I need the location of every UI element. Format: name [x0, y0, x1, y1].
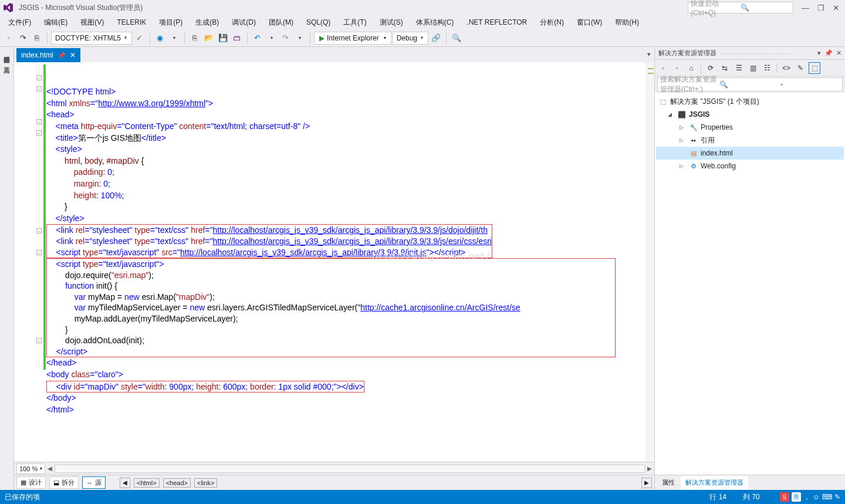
forward-icon[interactable]: ◦	[671, 62, 683, 74]
menu-team[interactable]: 团队(M)	[263, 16, 299, 29]
caret-down-icon[interactable]: ▾	[265, 32, 278, 45]
ime-punct-icon[interactable]: ，	[803, 492, 810, 502]
minimap-scroll[interactable]	[646, 62, 654, 462]
find-button[interactable]: 🔍	[450, 32, 463, 45]
menu-window[interactable]: 窗口(W)	[571, 16, 608, 29]
show-all-files-icon[interactable]: ▥	[747, 62, 759, 74]
view-designer-icon[interactable]: ✎	[795, 62, 806, 74]
horizontal-scrollbar[interactable]	[55, 465, 645, 473]
open-button[interactable]: 📂	[202, 32, 215, 45]
tree-webconfig[interactable]: ▷ ⚙ Web.config	[656, 160, 844, 172]
tab-solution-explorer[interactable]: 解决方案资源管理器	[681, 476, 748, 489]
dropdown-icon[interactable]: ▾	[817, 49, 821, 57]
menu-reflector[interactable]: .NET REFLECTOR	[461, 17, 533, 28]
view-source[interactable]: ↔源	[82, 476, 106, 489]
ime-sogou-icon[interactable]: S	[780, 492, 789, 502]
config-combo[interactable]: Debug ▼	[393, 32, 428, 45]
tab-properties[interactable]: 属性	[657, 476, 680, 489]
menu-analyze[interactable]: 分析(N)	[534, 16, 570, 29]
chevron-right-icon[interactable]: ▷	[680, 124, 687, 130]
menu-telerik[interactable]: TELERIK	[111, 17, 152, 28]
outline-toggle[interactable]: -	[36, 338, 42, 343]
refresh-icon[interactable]: ⟳	[705, 62, 716, 74]
breadcrumb-prev[interactable]: ◀	[120, 478, 130, 488]
ime-keyboard-icon[interactable]: ⌨	[822, 493, 832, 501]
menu-sql[interactable]: SQL(Q)	[300, 17, 336, 28]
tree-project[interactable]: ◢ ⬛ JSGIS	[656, 108, 844, 121]
home-icon[interactable]: ⌂	[685, 62, 697, 74]
scroll-right-icon[interactable]: ▶	[647, 465, 652, 472]
se-search-input[interactable]: 搜索解决方案资源管理器(Ctrl+;) 🔍 ▾	[657, 77, 843, 92]
menu-project[interactable]: 项目(P)	[153, 16, 188, 29]
code-url[interactable]: http://localhost/arcgis_js_v39_sdk/arcgi…	[212, 225, 487, 235]
collapse-all-icon[interactable]: ☰	[733, 62, 745, 74]
code-editor[interactable]: http://blog.csdn.net/ <!DOCTYPE html> <h…	[46, 62, 646, 462]
doctype-combo[interactable]: DOCTYPE: XHTML5 ▼	[51, 32, 132, 45]
sync-icon[interactable]: ⇆	[719, 62, 731, 74]
save-all-button[interactable]: 🗃	[231, 32, 244, 45]
run-button[interactable]: ▶ Internet Explorer ▾	[314, 32, 391, 45]
menu-test[interactable]: 测试(S)	[374, 16, 409, 29]
save-button[interactable]: 💾	[217, 32, 229, 45]
breadcrumb-link[interactable]: <link>	[194, 478, 217, 488]
scroll-left-icon[interactable]: ◀	[48, 465, 52, 472]
browser-link-button[interactable]: 🔗	[430, 32, 442, 45]
zoom-combo[interactable]: 100 % ▾	[16, 464, 45, 474]
undo-button[interactable]: ↶	[251, 32, 264, 45]
chevron-right-icon[interactable]: ▷	[680, 137, 687, 143]
view-code-icon[interactable]: <>	[780, 62, 792, 74]
new-item-button[interactable]: ⎘	[188, 32, 201, 45]
menu-file[interactable]: 文件(F)	[2, 16, 37, 29]
menu-tools[interactable]: 工具(T)	[337, 16, 372, 29]
tab-overflow-icon[interactable]: ▾	[647, 50, 651, 58]
view-split[interactable]: ⬓拆分	[49, 476, 79, 489]
validate-button[interactable]: ✓	[133, 32, 146, 45]
caret-down-icon[interactable]: ▾	[168, 32, 181, 45]
pin-icon[interactable]: 📌	[824, 49, 833, 57]
close-button[interactable]: ✕	[833, 4, 839, 12]
menu-architecture[interactable]: 体系结构(C)	[410, 16, 460, 29]
outline-toggle[interactable]: -	[36, 250, 42, 255]
menu-view[interactable]: 视图(V)	[75, 16, 110, 29]
target-button[interactable]: ◉	[154, 32, 167, 45]
code-url[interactable]: http://localhost/arcgis_js_v39_sdk/arcgi…	[212, 236, 491, 246]
breadcrumb-next[interactable]: ▶	[641, 478, 652, 488]
code-url[interactable]: http://www.w3.org/1999/xhtml	[98, 99, 205, 108]
new-project-button[interactable]: ⎘	[31, 32, 43, 45]
close-tab-icon[interactable]: ✕	[70, 51, 76, 59]
ime-lang-icon[interactable]: 英	[792, 492, 801, 502]
redo-button[interactable]: ↷	[279, 32, 292, 45]
tab-index-html[interactable]: index.html 📌 ✕	[16, 48, 80, 62]
breadcrumb-head[interactable]: <head>	[163, 478, 191, 488]
outline-toggle[interactable]: -	[36, 75, 42, 80]
outline-toggle[interactable]: -	[36, 86, 42, 92]
scope-icon[interactable]: ⬚	[809, 62, 820, 74]
ime-settings-icon[interactable]: ✎	[834, 493, 840, 501]
chevron-down-icon[interactable]: ◢	[668, 111, 675, 117]
breadcrumb-html[interactable]: <html>	[134, 478, 160, 488]
back-icon[interactable]: ◦	[657, 62, 669, 74]
menu-help[interactable]: 帮助(H)	[609, 16, 645, 29]
forward-button[interactable]: ↷	[16, 32, 29, 45]
pin-icon[interactable]: 📌	[58, 52, 65, 59]
minimize-button[interactable]: —	[802, 4, 809, 12]
menu-debug[interactable]: 调试(D)	[226, 16, 262, 29]
view-design[interactable]: ▦设计	[16, 476, 46, 489]
toolbox-tab[interactable]: 工具箱	[1, 60, 12, 65]
menu-edit[interactable]: 编辑(E)	[38, 16, 73, 29]
code-url[interactable]: http://cache1.arcgisonline.cn/ArcGIS/res…	[360, 303, 520, 312]
outline-toggle[interactable]: -	[36, 119, 42, 124]
menu-build[interactable]: 生成(B)	[190, 16, 225, 29]
server-explorer-tab[interactable]: 服务器资源管理器	[1, 49, 12, 54]
back-button[interactable]: ◦	[2, 32, 15, 45]
tree-references[interactable]: ▷ ▪▪ 引用	[656, 134, 844, 147]
quick-launch-input[interactable]: 快速启动 (Ctrl+Q) 🔍	[688, 2, 793, 13]
tree-solution[interactable]: ⬚ 解决方案 "JSGIS" (1 个项目)	[656, 95, 844, 108]
caret-down-icon[interactable]: ▾	[293, 32, 306, 45]
properties-icon[interactable]: ☷	[761, 62, 773, 74]
maximize-button[interactable]: ❐	[817, 4, 824, 12]
tree-properties[interactable]: ▷ 🔧 Properties	[656, 121, 844, 134]
ime-emoji-icon[interactable]: ☺	[813, 493, 820, 501]
chevron-right-icon[interactable]: ▷	[680, 163, 687, 169]
close-panel-icon[interactable]: ✕	[836, 49, 841, 57]
